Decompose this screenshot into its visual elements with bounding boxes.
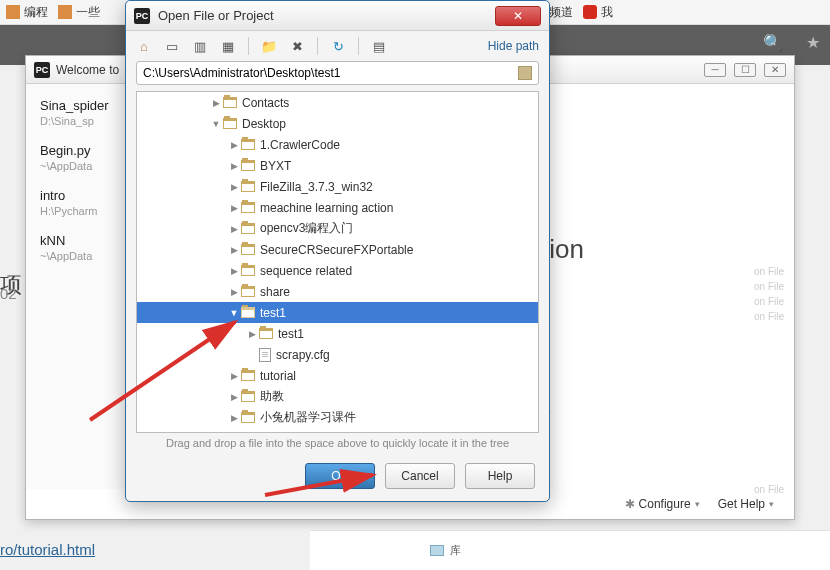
pycharm-icon: PC: [34, 62, 50, 78]
help-button[interactable]: Help: [465, 463, 535, 489]
library-folder-icon: [430, 545, 444, 556]
folder-icon: [241, 160, 255, 171]
tree-arrow-icon[interactable]: ▶: [245, 329, 259, 339]
tree-item-label: sequence related: [260, 264, 352, 278]
tree-folder-item[interactable]: ▼Desktop: [137, 113, 538, 134]
configure-link[interactable]: ✱Configure▾: [625, 497, 700, 511]
tree-folder-item[interactable]: ▶meachine learning action: [137, 197, 538, 218]
close-button[interactable]: ✕: [495, 6, 541, 26]
tree-item-label: SecureCRSecureFXPortable: [260, 243, 413, 257]
tree-folder-item[interactable]: ▶1.CrawlerCode: [137, 134, 538, 155]
maximize-button[interactable]: ☐: [734, 63, 756, 77]
folder-icon: [241, 412, 255, 423]
open-file-dialog: PC Open File or Project ✕ ⌂ ▭ ▥ ▦ 📁 ✖ ↻ …: [125, 0, 550, 502]
tree-folder-item[interactable]: ▶Contacts: [137, 92, 538, 113]
drag-hint-text: Drag and drop a file into the space abov…: [126, 433, 549, 451]
file-icon: [259, 348, 271, 362]
tree-arrow-icon[interactable]: ▶: [227, 392, 241, 402]
tree-item-label: scrapy.cfg: [276, 348, 330, 362]
tree-arrow-icon[interactable]: ▶: [227, 203, 241, 213]
tree-item-label: 1.CrawlerCode: [260, 138, 340, 152]
file-tree[interactable]: ▶Contacts▼Desktop▶1.CrawlerCode▶BYXT▶Fil…: [136, 91, 539, 433]
tree-arrow-icon[interactable]: ▶: [227, 140, 241, 150]
project-icon[interactable]: ▥: [192, 38, 208, 54]
bookmark-item[interactable]: 我: [583, 4, 613, 21]
close-button[interactable]: ✕: [764, 63, 786, 77]
ghosted-text: on File: [754, 484, 784, 495]
folder-icon: [241, 202, 255, 213]
folder-icon: [241, 286, 255, 297]
weibo-icon: [583, 5, 597, 19]
minimize-button[interactable]: ─: [704, 63, 726, 77]
tree-arrow-icon[interactable]: ▶: [227, 371, 241, 381]
tree-arrow-icon[interactable]: ▶: [227, 224, 241, 234]
tree-folder-item[interactable]: ▶tutorial: [137, 365, 538, 386]
tree-item-label: 助教: [260, 388, 284, 405]
tree-folder-item[interactable]: ▶助教: [137, 386, 538, 407]
tree-folder-item[interactable]: ▶BYXT: [137, 155, 538, 176]
delete-icon[interactable]: ✖: [289, 38, 305, 54]
tree-arrow-icon[interactable]: ▶: [227, 413, 241, 423]
tree-arrow-icon[interactable]: ▶: [227, 182, 241, 192]
tree-arrow-icon[interactable]: ▶: [209, 98, 223, 108]
browser-search-icon[interactable]: 🔍: [756, 25, 790, 59]
folder-icon: [223, 97, 237, 108]
tree-item-label: test1: [260, 306, 286, 320]
partial-text: 02: [0, 285, 17, 302]
folder-icon: [241, 391, 255, 402]
ok-button[interactable]: OK: [305, 463, 375, 489]
dialog-title-text: Open File or Project: [158, 8, 274, 23]
dialog-toolbar: ⌂ ▭ ▥ ▦ 📁 ✖ ↻ ▤ Hide path: [126, 31, 549, 61]
hide-path-link[interactable]: Hide path: [488, 39, 539, 53]
tree-file-item[interactable]: scrapy.cfg: [137, 344, 538, 365]
path-value: C:\Users\Administrator\Desktop\test1: [143, 66, 340, 80]
cancel-button[interactable]: Cancel: [385, 463, 455, 489]
folder-icon: [241, 139, 255, 150]
bookmark-item[interactable]: 编程: [6, 4, 48, 21]
bookmark-item[interactable]: 一些: [58, 4, 100, 21]
browser-favorite-icon[interactable]: ★: [796, 25, 830, 59]
refresh-icon[interactable]: ↻: [330, 38, 346, 54]
tree-folder-item[interactable]: ▶share: [137, 281, 538, 302]
tree-arrow-icon[interactable]: ▶: [227, 287, 241, 297]
desktop-icon[interactable]: ▭: [164, 38, 180, 54]
home-icon[interactable]: ⌂: [136, 38, 152, 54]
tree-folder-item[interactable]: ▶test1: [137, 323, 538, 344]
explorer-strip: 库: [310, 530, 830, 570]
tree-item-label: Desktop: [242, 117, 286, 131]
folder-icon: [6, 5, 20, 19]
tree-arrow-icon[interactable]: ▼: [209, 119, 223, 129]
folder-icon: [241, 307, 255, 318]
tree-item-label: BYXT: [260, 159, 291, 173]
ghosted-text: on File: [754, 311, 784, 322]
folder-icon: [259, 328, 273, 339]
tree-arrow-icon[interactable]: ▶: [227, 245, 241, 255]
tree-folder-item[interactable]: ▶SecureCRSecureFXPortable: [137, 239, 538, 260]
ghosted-text: on File: [754, 296, 784, 307]
tree-arrow-icon[interactable]: ▼: [227, 308, 241, 318]
tree-folder-item[interactable]: ▶opencv3编程入门: [137, 218, 538, 239]
dialog-titlebar[interactable]: PC Open File or Project ✕: [126, 1, 549, 31]
tree-folder-item[interactable]: ▼test1: [137, 302, 538, 323]
path-history-icon[interactable]: [518, 66, 532, 80]
tree-folder-item[interactable]: ▶FileZilla_3.7.3_win32: [137, 176, 538, 197]
tree-arrow-icon[interactable]: ▶: [227, 161, 241, 171]
tree-item-label: meachine learning action: [260, 201, 393, 215]
folder-icon: [241, 223, 255, 234]
new-folder-icon[interactable]: 📁: [261, 38, 277, 54]
tree-folder-item[interactable]: ▶sequence related: [137, 260, 538, 281]
folder-icon: [241, 181, 255, 192]
welcome-title-text: Welcome to: [56, 63, 119, 77]
tree-folder-item[interactable]: ▶小兔机器学习课件: [137, 407, 538, 428]
module-icon[interactable]: ▦: [220, 38, 236, 54]
ghosted-text: on File: [754, 281, 784, 292]
show-hidden-icon[interactable]: ▤: [371, 38, 387, 54]
ghosted-text: on File: [754, 266, 784, 277]
tree-item-label: 小兔机器学习课件: [260, 409, 356, 426]
path-input[interactable]: C:\Users\Administrator\Desktop\test1: [136, 61, 539, 85]
tree-arrow-icon[interactable]: ▶: [227, 266, 241, 276]
tree-item-label: tutorial: [260, 369, 296, 383]
folder-icon: [223, 118, 237, 129]
folder-icon: [58, 5, 72, 19]
get-help-link[interactable]: Get Help▾: [718, 497, 774, 511]
